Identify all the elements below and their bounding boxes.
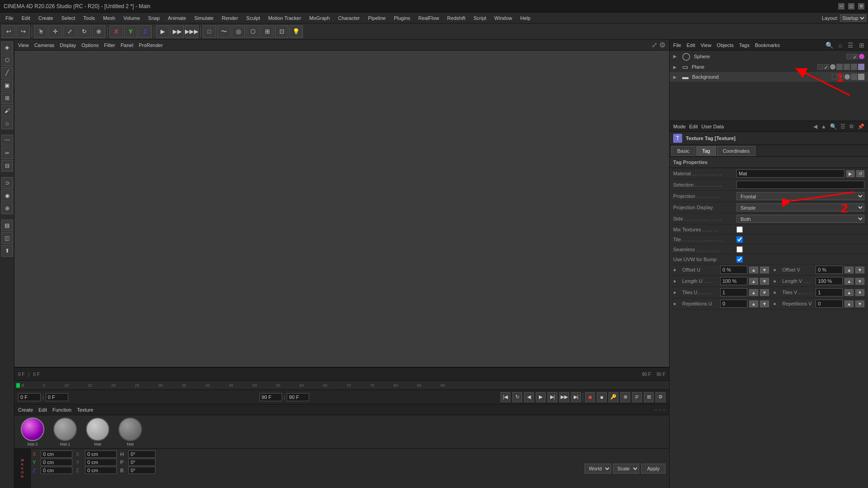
current-frame-input[interactable] bbox=[18, 393, 41, 401]
material-mat1[interactable]: Mat.1 bbox=[51, 418, 80, 446]
scene-file-menu[interactable]: File bbox=[673, 42, 681, 48]
prop-expand-icon[interactable]: ▲ bbox=[821, 123, 826, 130]
menu-create[interactable]: Create bbox=[35, 14, 57, 22]
vp-menu-cameras[interactable]: Cameras bbox=[34, 42, 55, 48]
seamless-checkbox[interactable] bbox=[736, 246, 743, 253]
edge-mode[interactable]: ╱ bbox=[1, 67, 13, 79]
settings-icon-scene[interactable]: ⊞ bbox=[859, 42, 864, 49]
go-end-button[interactable]: ▶| bbox=[571, 392, 581, 402]
scale-tool[interactable]: ⤢ bbox=[63, 25, 76, 38]
playhead[interactable] bbox=[16, 383, 20, 388]
scene-bookmarks-menu[interactable]: Bookmarks bbox=[755, 42, 780, 48]
key-button[interactable]: 🔑 bbox=[609, 392, 618, 402]
plane-vis2[interactable]: ✓ bbox=[824, 64, 829, 70]
coord-mz-input[interactable] bbox=[85, 467, 117, 474]
select-tool[interactable]: 🖱 bbox=[34, 25, 47, 38]
rep-u-arrow-dn[interactable]: ▼ bbox=[760, 300, 769, 307]
uvw-bump-checkbox[interactable] bbox=[736, 256, 743, 263]
rep-v-arrow-up[interactable]: ▲ bbox=[844, 300, 854, 307]
spline-tool[interactable]: 〜 bbox=[217, 25, 231, 38]
vp-menu-filter[interactable]: Filter bbox=[104, 42, 115, 48]
menu-help[interactable]: Help bbox=[517, 14, 534, 22]
coord-p-input[interactable] bbox=[128, 459, 156, 466]
tiles-v-arrow-up[interactable]: ▲ bbox=[844, 289, 854, 296]
scene-tags-menu[interactable]: Tags bbox=[739, 42, 750, 48]
projection-display-select[interactable]: Simple Advanced bbox=[736, 203, 864, 211]
axis-y[interactable]: Y bbox=[124, 25, 137, 38]
menu-edit[interactable]: Edit bbox=[18, 14, 34, 22]
selection-input[interactable] bbox=[736, 181, 864, 189]
mat-edit[interactable]: Edit bbox=[38, 407, 47, 413]
apply-button[interactable]: Apply bbox=[641, 464, 665, 474]
tiles-u-arrow-up[interactable]: ▲ bbox=[749, 289, 758, 296]
length-v-input[interactable] bbox=[816, 277, 843, 285]
menu-animate[interactable]: Animate bbox=[164, 14, 189, 22]
coord-my-input[interactable] bbox=[85, 459, 117, 466]
current-time-input[interactable] bbox=[46, 393, 68, 401]
coord-y-input[interactable] bbox=[41, 459, 72, 466]
side-select[interactable]: Both Front Back bbox=[736, 215, 864, 223]
move-tool[interactable]: ✛ bbox=[48, 25, 62, 38]
menu-realflow[interactable]: RealFlow bbox=[415, 14, 443, 22]
material-mat2[interactable]: Mat.2 bbox=[18, 418, 47, 446]
offset-u-arrow-up[interactable]: ▲ bbox=[749, 267, 758, 273]
tab-basic[interactable]: Basic bbox=[671, 146, 695, 156]
menu-snap[interactable]: Snap bbox=[145, 14, 164, 22]
tab-coordinates[interactable]: Coordinates bbox=[717, 146, 755, 156]
scene-edit-menu[interactable]: Edit bbox=[687, 42, 695, 48]
tiles-v-input[interactable] bbox=[816, 288, 843, 296]
tiles-v-arrow-dn[interactable]: ▼ bbox=[855, 289, 864, 296]
close-button[interactable]: ✕ bbox=[858, 3, 864, 9]
step-forward-button[interactable]: ▶| bbox=[547, 392, 557, 402]
light-tool[interactable]: 💡 bbox=[289, 25, 303, 38]
scene-view-menu[interactable]: View bbox=[701, 42, 712, 48]
material-input[interactable] bbox=[736, 169, 844, 178]
spline-draw[interactable]: 〰 bbox=[1, 135, 13, 146]
vp-menu-display[interactable]: Display bbox=[60, 42, 76, 48]
length-v-arrow-up[interactable]: ▲ bbox=[844, 278, 854, 285]
menu-pipeline[interactable]: Pipeline bbox=[364, 14, 389, 22]
transform-tool[interactable]: ⊕ bbox=[92, 25, 105, 38]
motion-button[interactable]: ⊕ bbox=[620, 392, 630, 402]
home-icon[interactable]: ⌂ bbox=[839, 42, 842, 49]
material-mat4[interactable]: Mat bbox=[116, 418, 145, 446]
sphere-vis1[interactable] bbox=[846, 54, 852, 59]
mat-clear-btn[interactable]: ↺ bbox=[856, 170, 864, 177]
cube-obj[interactable]: □ bbox=[203, 25, 216, 38]
coord-x-input[interactable] bbox=[41, 450, 72, 458]
plane-tag2[interactable] bbox=[844, 64, 850, 70]
offset-v-arrow-dn[interactable]: ▼ bbox=[855, 267, 864, 273]
sculpt-tool[interactable]: ⌂ bbox=[1, 117, 13, 129]
deform-tool[interactable]: ⬡ bbox=[246, 25, 259, 38]
mat-texture[interactable]: Texture bbox=[77, 407, 93, 413]
menu-character[interactable]: Character bbox=[335, 14, 363, 22]
menu-tools[interactable]: Tools bbox=[80, 14, 99, 22]
axis-x[interactable]: X bbox=[109, 25, 123, 38]
camera-tool[interactable]: ⊡ bbox=[275, 25, 288, 38]
play-button[interactable]: ▶ bbox=[536, 392, 546, 402]
bg-tag[interactable] bbox=[851, 74, 857, 80]
mix-textures-checkbox[interactable] bbox=[736, 226, 743, 233]
plane-mat-tag[interactable] bbox=[858, 64, 864, 70]
coord-b-input[interactable] bbox=[128, 467, 156, 474]
menu-volume[interactable]: Volume bbox=[120, 14, 144, 22]
menu-file[interactable]: File bbox=[2, 14, 17, 22]
mat-function[interactable]: Function bbox=[52, 407, 71, 413]
rotate-tool[interactable]: ↻ bbox=[77, 25, 91, 38]
end-frame-input[interactable] bbox=[259, 393, 282, 401]
world-select[interactable]: World bbox=[585, 464, 611, 474]
layer-tool[interactable]: ▤ bbox=[1, 220, 13, 231]
menu-script[interactable]: Script bbox=[470, 14, 490, 22]
prop-mode-menu[interactable]: Mode bbox=[673, 124, 686, 129]
length-u-input[interactable] bbox=[720, 277, 747, 285]
render-all[interactable]: ▶▶▶ bbox=[185, 25, 198, 38]
tiles-u-input[interactable] bbox=[720, 288, 747, 296]
scene-item-plane[interactable]: ▶ ▭ Plane ✓ bbox=[670, 62, 868, 72]
prop-back-icon[interactable]: ◀ bbox=[813, 123, 817, 130]
model-mode[interactable]: ◈ bbox=[1, 42, 13, 53]
vp-menu-options[interactable]: Options bbox=[81, 42, 99, 48]
plane-tag[interactable] bbox=[836, 64, 843, 70]
menu-mesh[interactable]: Mesh bbox=[99, 14, 119, 22]
end-time-input[interactable] bbox=[287, 393, 309, 401]
offset-u-input[interactable] bbox=[720, 266, 747, 274]
